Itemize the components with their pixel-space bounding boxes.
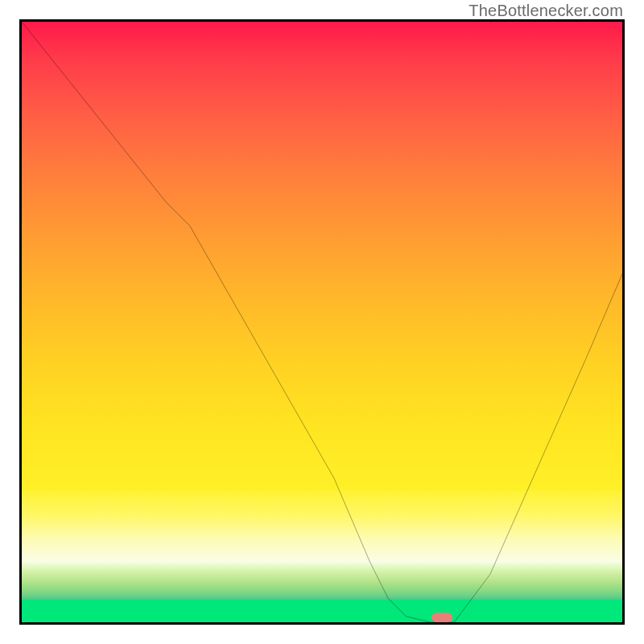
plot-area [19, 19, 625, 625]
curve-svg [22, 22, 622, 622]
bottleneck-curve-path [22, 22, 622, 622]
source-attribution: TheBottlenecker.com [469, 2, 623, 20]
chart-frame: TheBottlenecker.com [0, 0, 644, 644]
optimal-point-marker [431, 613, 452, 622]
